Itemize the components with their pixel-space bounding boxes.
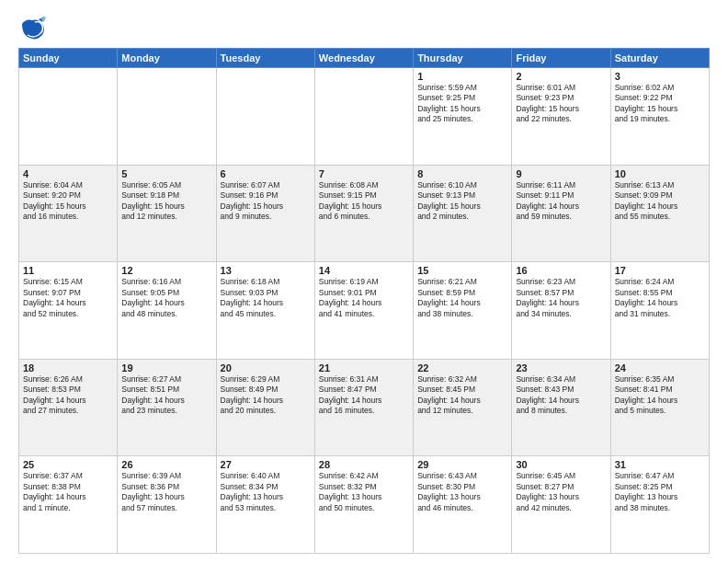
- day-number: 13: [221, 265, 311, 276]
- day-number: 12: [121, 265, 211, 276]
- calendar-cell: 13Sunrise: 6:18 AM Sunset: 9:03 PM Dayli…: [216, 262, 314, 360]
- day-number: 25: [23, 459, 113, 470]
- day-info: Sunrise: 6:40 AM Sunset: 8:34 PM Dayligh…: [221, 471, 311, 513]
- day-number: 18: [23, 362, 113, 373]
- day-number: 7: [319, 168, 409, 179]
- day-number: 1: [417, 71, 507, 82]
- calendar-cell: 21Sunrise: 6:31 AM Sunset: 8:47 PM Dayli…: [314, 359, 413, 456]
- day-info: Sunrise: 6:04 AM Sunset: 9:20 PM Dayligh…: [23, 180, 113, 223]
- day-info: Sunrise: 6:29 AM Sunset: 8:49 PM Dayligh…: [221, 374, 311, 417]
- logo-icon: [18, 15, 46, 42]
- day-number: 31: [615, 459, 705, 470]
- day-info: Sunrise: 6:18 AM Sunset: 9:03 PM Dayligh…: [221, 277, 311, 319]
- day-info: Sunrise: 6:26 AM Sunset: 8:53 PM Dayligh…: [23, 374, 113, 417]
- calendar-cell: 19Sunrise: 6:27 AM Sunset: 8:51 PM Dayli…: [118, 359, 216, 456]
- calendar-cell: 26Sunrise: 6:39 AM Sunset: 8:36 PM Dayli…: [118, 456, 216, 554]
- calendar-cell: 20Sunrise: 6:29 AM Sunset: 8:49 PM Dayli…: [216, 359, 314, 456]
- day-info: Sunrise: 6:23 AM Sunset: 8:57 PM Dayligh…: [516, 277, 606, 319]
- calendar-table: SundayMondayTuesdayWednesdayThursdayFrid…: [18, 48, 710, 554]
- day-number: 27: [221, 459, 311, 470]
- calendar-header-tuesday: Tuesday: [216, 49, 314, 68]
- day-number: 15: [417, 265, 507, 276]
- calendar-header-friday: Friday: [512, 49, 610, 68]
- calendar-cell: [314, 68, 413, 166]
- day-info: Sunrise: 6:42 AM Sunset: 8:32 PM Dayligh…: [319, 471, 409, 513]
- day-number: 21: [319, 362, 409, 373]
- day-number: 16: [516, 265, 606, 276]
- calendar-cell: 14Sunrise: 6:19 AM Sunset: 9:01 PM Dayli…: [314, 262, 413, 360]
- day-info: Sunrise: 6:15 AM Sunset: 9:07 PM Dayligh…: [23, 277, 113, 319]
- calendar-cell: 25Sunrise: 6:37 AM Sunset: 8:38 PM Dayli…: [19, 456, 118, 554]
- day-info: Sunrise: 6:11 AM Sunset: 9:11 PM Dayligh…: [516, 180, 606, 223]
- day-info: Sunrise: 6:13 AM Sunset: 9:09 PM Dayligh…: [615, 180, 705, 223]
- page-header: [18, 15, 710, 42]
- day-info: Sunrise: 6:34 AM Sunset: 8:43 PM Dayligh…: [516, 374, 606, 417]
- calendar-week-row: 25Sunrise: 6:37 AM Sunset: 8:38 PM Dayli…: [19, 456, 710, 554]
- day-info: Sunrise: 6:37 AM Sunset: 8:38 PM Dayligh…: [23, 471, 113, 513]
- calendar-cell: 9Sunrise: 6:11 AM Sunset: 9:11 PM Daylig…: [512, 165, 610, 262]
- calendar-cell: 24Sunrise: 6:35 AM Sunset: 8:41 PM Dayli…: [610, 359, 709, 456]
- calendar-cell: 1Sunrise: 5:59 AM Sunset: 9:25 PM Daylig…: [414, 68, 512, 166]
- day-info: Sunrise: 6:08 AM Sunset: 9:15 PM Dayligh…: [319, 180, 409, 223]
- day-number: 6: [221, 168, 311, 179]
- day-number: 17: [615, 265, 705, 276]
- day-info: Sunrise: 6:31 AM Sunset: 8:47 PM Dayligh…: [319, 374, 409, 417]
- calendar-cell: [19, 68, 118, 166]
- day-info: Sunrise: 6:39 AM Sunset: 8:36 PM Dayligh…: [121, 471, 211, 513]
- calendar-header-sunday: Sunday: [19, 49, 118, 68]
- day-number: 20: [221, 362, 311, 373]
- day-number: 24: [615, 362, 705, 373]
- day-number: 22: [417, 362, 507, 373]
- calendar-cell: 18Sunrise: 6:26 AM Sunset: 8:53 PM Dayli…: [19, 359, 118, 456]
- calendar-cell: 5Sunrise: 6:05 AM Sunset: 9:18 PM Daylig…: [118, 165, 216, 262]
- day-info: Sunrise: 6:01 AM Sunset: 9:23 PM Dayligh…: [516, 83, 606, 125]
- day-info: Sunrise: 6:10 AM Sunset: 9:13 PM Dayligh…: [417, 180, 507, 223]
- day-number: 5: [121, 168, 211, 179]
- day-info: Sunrise: 6:35 AM Sunset: 8:41 PM Dayligh…: [615, 374, 705, 417]
- day-number: 23: [516, 362, 606, 373]
- day-number: 4: [23, 168, 113, 179]
- day-info: Sunrise: 6:02 AM Sunset: 9:22 PM Dayligh…: [615, 83, 705, 125]
- calendar-cell: 22Sunrise: 6:32 AM Sunset: 8:45 PM Dayli…: [414, 359, 512, 456]
- calendar-header-monday: Monday: [118, 49, 216, 68]
- day-info: Sunrise: 6:19 AM Sunset: 9:01 PM Dayligh…: [319, 277, 409, 319]
- calendar-cell: 30Sunrise: 6:45 AM Sunset: 8:27 PM Dayli…: [512, 456, 610, 554]
- calendar-cell: 4Sunrise: 6:04 AM Sunset: 9:20 PM Daylig…: [19, 165, 118, 262]
- calendar-week-row: 1Sunrise: 5:59 AM Sunset: 9:25 PM Daylig…: [19, 68, 710, 166]
- calendar-cell: 3Sunrise: 6:02 AM Sunset: 9:22 PM Daylig…: [610, 68, 709, 166]
- day-number: 8: [417, 168, 507, 179]
- day-number: 9: [516, 168, 606, 179]
- day-info: Sunrise: 5:59 AM Sunset: 9:25 PM Dayligh…: [417, 83, 507, 125]
- day-info: Sunrise: 6:21 AM Sunset: 8:59 PM Dayligh…: [417, 277, 507, 319]
- day-number: 29: [417, 459, 507, 470]
- day-number: 30: [516, 459, 606, 470]
- calendar-cell: 17Sunrise: 6:24 AM Sunset: 8:55 PM Dayli…: [610, 262, 709, 360]
- calendar-cell: 8Sunrise: 6:10 AM Sunset: 9:13 PM Daylig…: [414, 165, 512, 262]
- logo: [18, 15, 50, 42]
- day-number: 26: [121, 459, 211, 470]
- calendar-week-row: 11Sunrise: 6:15 AM Sunset: 9:07 PM Dayli…: [19, 262, 710, 360]
- day-number: 14: [319, 265, 409, 276]
- calendar-cell: 10Sunrise: 6:13 AM Sunset: 9:09 PM Dayli…: [610, 165, 709, 262]
- calendar-cell: 28Sunrise: 6:42 AM Sunset: 8:32 PM Dayli…: [314, 456, 413, 554]
- calendar-cell: 12Sunrise: 6:16 AM Sunset: 9:05 PM Dayli…: [118, 262, 216, 360]
- calendar-header-row: SundayMondayTuesdayWednesdayThursdayFrid…: [19, 49, 710, 68]
- day-info: Sunrise: 6:43 AM Sunset: 8:30 PM Dayligh…: [417, 471, 507, 513]
- calendar-cell: 16Sunrise: 6:23 AM Sunset: 8:57 PM Dayli…: [512, 262, 610, 360]
- calendar-cell: 6Sunrise: 6:07 AM Sunset: 9:16 PM Daylig…: [216, 165, 314, 262]
- calendar-cell: 31Sunrise: 6:47 AM Sunset: 8:25 PM Dayli…: [610, 456, 709, 554]
- calendar-cell: 27Sunrise: 6:40 AM Sunset: 8:34 PM Dayli…: [216, 456, 314, 554]
- day-info: Sunrise: 6:47 AM Sunset: 8:25 PM Dayligh…: [615, 471, 705, 513]
- calendar-header-saturday: Saturday: [610, 49, 709, 68]
- day-number: 10: [615, 168, 705, 179]
- day-info: Sunrise: 6:07 AM Sunset: 9:16 PM Dayligh…: [221, 180, 311, 223]
- day-info: Sunrise: 6:05 AM Sunset: 9:18 PM Dayligh…: [121, 180, 211, 223]
- day-number: 19: [121, 362, 211, 373]
- calendar-cell: [118, 68, 216, 166]
- calendar-cell: [216, 68, 314, 166]
- calendar-cell: 15Sunrise: 6:21 AM Sunset: 8:59 PM Dayli…: [414, 262, 512, 360]
- calendar-cell: 23Sunrise: 6:34 AM Sunset: 8:43 PM Dayli…: [512, 359, 610, 456]
- calendar-cell: 7Sunrise: 6:08 AM Sunset: 9:15 PM Daylig…: [314, 165, 413, 262]
- calendar-cell: 11Sunrise: 6:15 AM Sunset: 9:07 PM Dayli…: [19, 262, 118, 360]
- day-number: 11: [23, 265, 113, 276]
